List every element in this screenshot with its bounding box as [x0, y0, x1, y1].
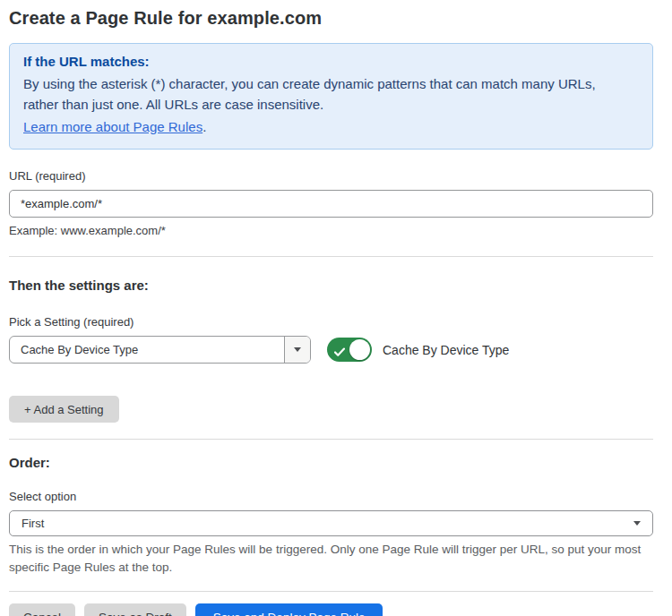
- order-select[interactable]: First: [9, 510, 653, 536]
- url-match-info-box: If the URL matches: By using the asteris…: [9, 43, 653, 150]
- setting-select[interactable]: Cache By Device Type: [9, 336, 311, 364]
- link-suffix: .: [202, 119, 206, 134]
- url-example-text: Example: www.example.com/*: [9, 224, 653, 237]
- cache-by-device-toggle[interactable]: [327, 338, 372, 362]
- info-box-link-line: Learn more about Page Rules.: [23, 117, 639, 138]
- page-title: Create a Page Rule for example.com: [9, 0, 653, 29]
- form-actions: Cancel Save as Draft Save and Deploy Pag…: [9, 603, 653, 616]
- chevron-down-icon: [294, 347, 301, 352]
- setting-select-arrow-button[interactable]: [284, 337, 310, 363]
- order-section-heading: Order:: [9, 455, 653, 470]
- url-input[interactable]: [9, 190, 653, 218]
- info-box-heading: If the URL matches:: [23, 54, 639, 69]
- order-select-value: First: [22, 517, 44, 530]
- learn-more-link[interactable]: Learn more about Page Rules: [23, 119, 202, 134]
- save-draft-button[interactable]: Save as Draft: [84, 603, 186, 616]
- cancel-button[interactable]: Cancel: [9, 603, 75, 616]
- page-rule-form: Create a Page Rule for example.com If th…: [9, 0, 653, 616]
- toggle-label: Cache By Device Type: [383, 343, 509, 357]
- divider: [9, 439, 653, 440]
- info-box-body: By using the asterisk (*) character, you…: [23, 73, 633, 116]
- setting-select-value: Cache By Device Type: [10, 337, 284, 363]
- add-setting-button[interactable]: + Add a Setting: [9, 396, 119, 423]
- divider: [9, 591, 653, 592]
- order-help-text: This is the order in which your Page Rul…: [9, 541, 650, 578]
- save-deploy-button[interactable]: Save and Deploy Page Rule: [195, 603, 383, 616]
- setting-row: Cache By Device Type Cache By Device Typ…: [9, 336, 653, 364]
- toggle-knob[interactable]: [349, 339, 370, 360]
- check-icon: [334, 345, 345, 361]
- chevron-down-icon: [633, 521, 641, 526]
- divider: [9, 256, 653, 257]
- settings-section-heading: Then the settings are:: [9, 278, 653, 293]
- url-field-label: URL (required): [9, 169, 653, 183]
- order-select-label: Select option: [9, 490, 653, 503]
- pick-setting-label: Pick a Setting (required): [9, 315, 653, 329]
